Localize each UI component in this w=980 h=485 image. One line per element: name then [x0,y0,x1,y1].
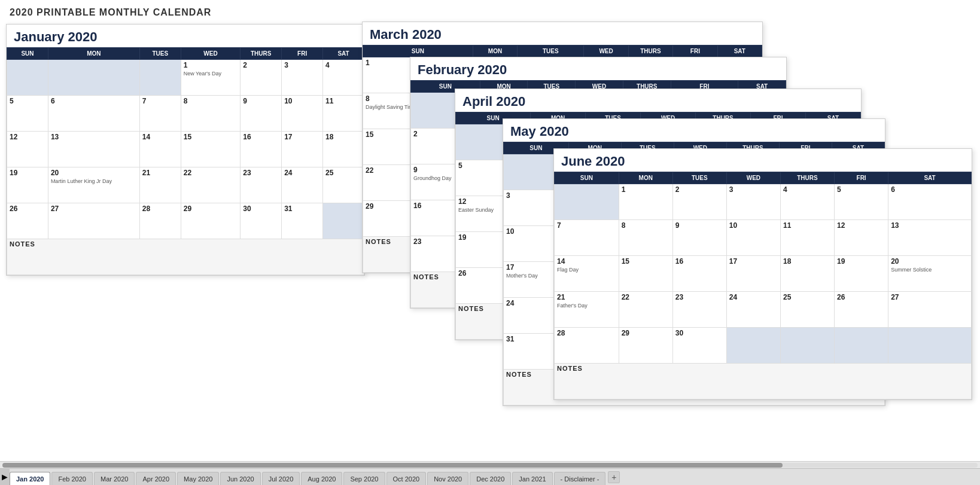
table-row [555,184,619,220]
table-row [726,328,780,364]
table-row: 21Father's Day [555,292,619,328]
table-row: 20Summer Solstice [888,256,972,292]
january-table: SUN MON TUES WED THURS FRI SAT 1New Year… [7,47,364,275]
sheet-tab[interactable]: Apr 2020 [136,472,176,485]
jun-notes: NOTES [555,364,972,399]
may-title: May 2020 [503,119,885,142]
table-row: 28 [555,328,619,364]
table-row: 8 [619,220,672,256]
sheet-tab[interactable]: Feb 2020 [51,472,92,485]
table-row: 4 [780,184,834,220]
table-row: 16 [241,132,282,167]
table-row: 9 [672,220,726,256]
jan-notes: NOTES [7,239,364,275]
table-row: 1New Year's Day [181,60,241,96]
table-row: 30 [241,203,282,239]
table-row: 14 [139,132,181,167]
table-row: 21 [139,167,181,203]
table-row: 10 [726,220,780,256]
sheet-tab[interactable]: May 2020 [177,472,219,485]
jan-hdr-sun: SUN [7,48,48,60]
table-row: 12 [7,132,48,167]
sheet-tab[interactable]: Nov 2020 [427,472,468,485]
table-row: 27 [888,292,972,328]
june-calendar: June 2020 SUN MON TUES WED THURS FRI SAT… [553,148,972,400]
table-row: 13 [48,132,139,167]
table-row: 5 [835,184,888,220]
sheet-tab[interactable]: Oct 2020 [386,472,427,485]
jan-notes-row: NOTES [7,239,364,275]
table-row: 31 [282,203,323,239]
sheet-tab[interactable]: Jun 2020 [220,472,260,485]
table-row: 3 [726,184,780,220]
tab-scroll-left[interactable]: ► [0,469,10,486]
table-row: 14Flag Day [555,256,619,292]
jan-hdr-mon: MON [48,48,139,60]
april-title: April 2020 [455,89,861,112]
sheet-tab[interactable]: Aug 2020 [301,472,342,485]
january-calendar: January 2020 SUN MON TUES WED THURS FRI … [6,24,365,276]
table-row: 25 [323,167,364,203]
main-area: 2020 PRINTABLE MONTHLY CALENDAR January … [0,0,980,485]
table-row: 15 [181,132,241,167]
jan-hdr-fri: FRI [282,48,323,60]
jun-notes-row: NOTES [555,364,972,399]
table-row: 6 [888,184,972,220]
table-row: 12 [835,220,888,256]
table-row: 22 [619,292,672,328]
table-row: 7 [555,220,619,256]
february-title: February 2020 [410,57,786,80]
table-row: 17 [282,132,323,167]
jan-hdr-sat: SAT [323,48,364,60]
table-row [835,328,888,364]
add-sheet-button[interactable]: + [608,471,620,483]
table-row: 18 [323,132,364,167]
table-row: 24 [282,167,323,203]
table-row: 8 [181,96,241,132]
table-row [48,60,139,96]
table-row: 29 [619,328,672,364]
horizontal-scrollbar[interactable] [0,461,980,468]
jan-hdr-thu: THURS [241,48,282,60]
june-table: SUN MON TUES WED THURS FRI SAT 123456789… [554,172,972,399]
table-row: 19 [7,167,48,203]
table-row: 26 [7,203,48,239]
table-row: 11 [780,220,834,256]
scroll-thumb[interactable] [2,463,783,468]
table-row: 30 [672,328,726,364]
jan-hdr-wed: WED [181,48,241,60]
table-row: 10 [282,96,323,132]
table-row: 22 [181,167,241,203]
table-row: 2 [241,60,282,96]
table-row: 23 [241,167,282,203]
sheet-tab-bar: ► Jan 2020Feb 2020Mar 2020Apr 2020May 20… [0,468,980,485]
table-row: 18 [780,256,834,292]
table-row: 23 [672,292,726,328]
table-row: 16 [672,256,726,292]
table-row: 7 [139,96,181,132]
table-row: 5 [7,96,48,132]
scroll-track[interactable] [2,463,978,468]
jan-hdr-tue: TUES [139,48,181,60]
table-row: 1 [619,184,672,220]
sheet-tab[interactable]: - Disclaimer - [554,472,606,485]
table-row: 6 [48,96,139,132]
table-row: 29 [181,203,241,239]
sheet-tab[interactable]: Jul 2020 [262,472,300,485]
sheet-tab[interactable]: Sep 2020 [343,472,385,485]
table-row: 27 [48,203,139,239]
sheet-tab[interactable]: Dec 2020 [470,472,511,485]
table-row: 24 [726,292,780,328]
table-row: 17 [726,256,780,292]
table-row: 28 [139,203,181,239]
page-title: 2020 PRINTABLE MONTHLY CALENDAR [0,0,980,20]
table-row [888,328,972,364]
table-row: 9 [241,96,282,132]
table-row: 3 [282,60,323,96]
sheet-tab[interactable]: Jan 2020 [10,472,50,485]
june-title: June 2020 [554,149,972,172]
table-row [7,60,48,96]
sheet-tab[interactable]: Jan 2021 [512,472,552,485]
sheet-tab[interactable]: Mar 2020 [94,472,135,485]
table-row: 25 [780,292,834,328]
